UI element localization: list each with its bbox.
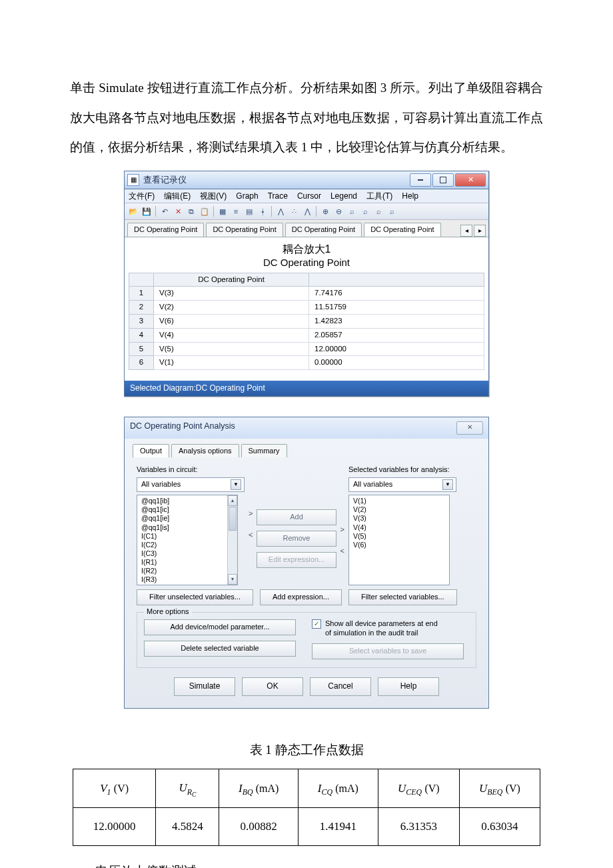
cancel-button[interactable]: Cancel [310, 677, 371, 696]
cursor-icon[interactable]: ⍿ [257, 205, 269, 217]
paste-icon[interactable]: 📋 [199, 205, 211, 217]
menu-help[interactable]: Help [402, 191, 418, 201]
combo-right-filter[interactable]: All variables ▼ [348, 477, 456, 492]
chart-title-2: DC Operating Point [129, 257, 484, 269]
label-vars-in-circuit: Variables in circuit: [137, 465, 245, 475]
menu-cursor[interactable]: Cursor [297, 191, 321, 201]
add-button[interactable]: Add [257, 509, 336, 525]
th-icq: ICQ (mA) [299, 769, 378, 808]
filter-selected-button[interactable]: Filter selected variables... [348, 589, 457, 605]
checkbox-label-line1: Show all device parameters at end [325, 619, 438, 629]
add-expression-button[interactable]: Add expression... [260, 589, 342, 605]
result-table: DC Operating Point 1V(3)7.74176 2V(2)11.… [129, 273, 484, 371]
zoom-in-icon[interactable]: ⊕ [319, 205, 331, 217]
th-ubeq: UBEQ (V) [459, 769, 540, 808]
col-value [309, 273, 484, 287]
select-vars-save-button[interactable]: Select variables to save [312, 643, 464, 659]
status-bar: Selected Diagram:DC Operating Point [125, 381, 488, 395]
chart-title-1: 耦合放大1 [129, 243, 484, 255]
titlebar: ▦ 查看记录仪 [125, 171, 488, 189]
close-button[interactable] [455, 173, 486, 187]
checkbox-label-line2: of simulation in the audit trail [325, 629, 438, 638]
marker2-icon[interactable]: ∴ [288, 205, 300, 217]
menu-trace[interactable]: Trace [268, 191, 288, 201]
dialog-title: DC Operating Point Analysis [130, 421, 456, 435]
menu-tools[interactable]: 工具(T) [366, 191, 392, 201]
dialog-tabs: Output Analysis options Summary [133, 444, 480, 458]
zoom-x-icon[interactable]: ⌕ [372, 205, 384, 217]
tab-dcop-3[interactable]: DC Operating Point [285, 223, 362, 236]
chevron-down-icon: ▼ [442, 479, 453, 490]
cell-ibq: 0.00882 [219, 808, 299, 846]
app-icon: ▦ [127, 174, 139, 186]
marker1-icon[interactable]: ⋀ [275, 205, 287, 217]
tab-dcop-2[interactable]: DC Operating Point [206, 223, 283, 236]
zoom-y-icon[interactable]: ⌕ [386, 205, 398, 217]
tab-dcop-1[interactable]: DC Operating Point [127, 223, 204, 236]
th-ibq: IBQ (mA) [219, 769, 299, 808]
tab-options[interactable]: Analysis options [171, 444, 239, 458]
listbox-selected-vars[interactable]: V(1) V(2) V(3) V(4) V(5) V(6) [348, 495, 450, 585]
edit-expression-button[interactable]: Edit expression... [257, 552, 336, 568]
dialog-close-button[interactable]: ✕ [456, 421, 483, 435]
tab-scroll-right[interactable]: ▸ [474, 225, 486, 237]
tabstrip: DC Operating Point DC Operating Point DC… [125, 220, 488, 236]
menu-legend[interactable]: Legend [330, 191, 357, 201]
toolbar: 📂 💾 ↶ ✕ ⧉ 📋 ▦ ≡ ▤ ⍿ ⋀ ∴ ⋀ ⊕ ⊖ ⌕ ⌕ ⌕ ⌕ [125, 203, 488, 220]
delete-var-button[interactable]: Delete selected variable [144, 641, 296, 657]
zoom-out-icon[interactable]: ⊖ [332, 205, 344, 217]
result-rows: 1V(3)7.74176 2V(2)11.51759 3V(6)1.42823 … [129, 287, 484, 370]
maximize-button[interactable] [432, 173, 454, 187]
scroll-up-icon[interactable]: ▴ [228, 495, 237, 506]
window-title: 查看记录仪 [143, 175, 410, 185]
marker3-icon[interactable]: ⋀ [301, 205, 313, 217]
tab-summary[interactable]: Summary [241, 444, 287, 458]
menu-file[interactable]: 文件(F) [129, 191, 155, 201]
tab-dcop-4[interactable]: DC Operating Point [364, 223, 440, 236]
cell-icq: 1.41941 [299, 808, 378, 846]
table-caption: 表 1 静态工作点数据 [70, 735, 543, 765]
grid-icon[interactable]: ▦ [217, 205, 229, 217]
menu-edit[interactable]: 编辑(E) [164, 191, 191, 201]
combo-left-filter[interactable]: All variables ▼ [137, 477, 245, 492]
cell-ubeq: 0.63034 [459, 808, 540, 846]
menu-view[interactable]: 视图(V) [200, 191, 227, 201]
scroll-thumb[interactable] [229, 507, 237, 531]
more-options-group: More options Add device/model parameter.… [137, 612, 476, 668]
simulate-button[interactable]: Simulate [174, 677, 235, 696]
tab-output[interactable]: Output [133, 444, 169, 458]
scrollbar[interactable]: ▴ ▾ [227, 495, 237, 585]
subsection-title: 电压放大倍数测试 [70, 857, 543, 868]
th-urc: URC [156, 769, 219, 808]
scroll-down-icon[interactable]: ▾ [228, 574, 237, 585]
minimize-button[interactable] [410, 173, 431, 187]
static-point-table: V1 (V) URC IBQ (mA) ICQ (mA) UCEQ (V) UB… [73, 769, 540, 846]
zoom-region-icon[interactable]: ⌕ [359, 205, 371, 217]
checkbox-show-params[interactable] [312, 619, 321, 629]
cell-uceq: 6.31353 [378, 808, 459, 846]
save-icon[interactable]: 💾 [141, 205, 153, 217]
menubar: 文件(F) 编辑(E) 视图(V) Graph Trace Cursor Leg… [125, 189, 488, 203]
cell-urc: 4.5824 [156, 808, 219, 846]
filter-unselected-button[interactable]: Filter unselected variables... [137, 589, 253, 605]
th-uceq: UCEQ (V) [378, 769, 459, 808]
zoom-fit-icon[interactable]: ⌕ [346, 205, 358, 217]
open-icon[interactable]: 📂 [127, 205, 139, 217]
grapher-window: ▦ 查看记录仪 文件(F) 编辑(E) 视图(V) Graph Trace Cu… [124, 171, 489, 397]
menu-graph[interactable]: Graph [236, 191, 258, 201]
listbox-available-vars[interactable]: @qq1[ib] @qq1[ic] @qq1[ie] @qq1[is] I(C1… [137, 495, 238, 585]
dialog-titlebar: DC Operating Point Analysis ✕ [125, 417, 488, 439]
undo-icon[interactable]: ↶ [159, 205, 171, 217]
tab-scroll-left[interactable]: ◂ [460, 225, 472, 237]
add-param-button[interactable]: Add device/model parameter... [144, 619, 296, 635]
ok-button[interactable]: OK [242, 677, 303, 696]
list-icon[interactable]: ≡ [230, 205, 242, 217]
analysis-dialog: DC Operating Point Analysis ✕ Output Ana… [124, 417, 489, 709]
help-button[interactable]: Help [378, 677, 439, 696]
intro-paragraph: 单击 Simulate 按钮进行直流工作点分析。分析结果如图 3 所示。列出了单… [70, 73, 543, 163]
legend-icon[interactable]: ▤ [243, 205, 255, 217]
col-variable: DC Operating Point [154, 273, 309, 287]
delete-icon[interactable]: ✕ [172, 205, 184, 217]
remove-button[interactable]: Remove [257, 531, 336, 547]
copy-icon[interactable]: ⧉ [185, 205, 197, 217]
